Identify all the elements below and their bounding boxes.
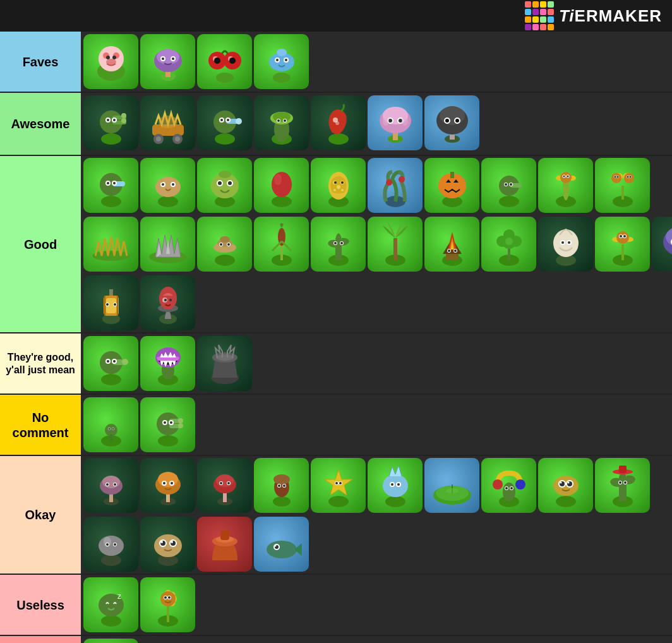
svg-point-106 — [274, 174, 282, 185]
tier-label-okay: Okay — [0, 456, 81, 574]
svg-point-183 — [454, 249, 457, 252]
svg-point-35 — [107, 119, 109, 121]
plant-card — [140, 397, 195, 452]
svg-point-286 — [220, 482, 222, 484]
svg-point-271 — [114, 483, 116, 486]
svg-point-300 — [339, 482, 342, 484]
svg-point-354 — [274, 544, 276, 546]
tier-label-awesome: Awesome — [0, 93, 81, 155]
svg-point-166 — [220, 243, 222, 246]
svg-point-95 — [160, 179, 164, 183]
svg-point-122 — [499, 196, 519, 207]
svg-point-270 — [106, 483, 109, 486]
tier-row-faves: Faves — [0, 32, 672, 93]
plant-card — [538, 217, 593, 272]
plant-card — [652, 217, 672, 272]
svg-point-73 — [402, 116, 408, 126]
plant-card — [254, 95, 309, 150]
plant-card — [311, 158, 366, 213]
svg-point-302 — [383, 474, 408, 497]
svg-point-267 — [102, 476, 120, 488]
tier-row-no-comment: No comment — [0, 395, 672, 456]
tier-row-nope: Nope — [0, 636, 672, 643]
svg-point-195 — [561, 241, 564, 244]
svg-point-139 — [563, 175, 565, 177]
svg-point-309 — [446, 488, 459, 493]
svg-point-311 — [503, 483, 515, 502]
plant-card — [83, 275, 138, 330]
svg-point-94 — [172, 183, 174, 186]
svg-point-190 — [505, 237, 513, 245]
svg-point-88 — [113, 182, 116, 184]
tier-row-awesome: Awesome — [0, 93, 672, 156]
svg-point-82 — [101, 196, 121, 207]
svg-point-77 — [440, 106, 465, 125]
svg-point-151 — [614, 176, 616, 177]
svg-point-153 — [627, 176, 628, 177]
plant-card — [424, 217, 479, 272]
svg-rect-142 — [621, 186, 624, 200]
svg-point-324 — [560, 481, 561, 483]
svg-rect-350 — [220, 531, 229, 540]
plant-card — [368, 158, 423, 213]
svg-point-111 — [337, 185, 340, 189]
plant-card — [140, 95, 195, 150]
svg-point-50 — [220, 119, 223, 121]
tier-items-nope — [81, 636, 672, 643]
plant-card — [424, 158, 479, 213]
plant-card — [481, 158, 536, 213]
svg-point-299 — [335, 482, 338, 484]
svg-point-128 — [510, 183, 512, 186]
svg-point-251 — [108, 428, 110, 430]
svg-point-192 — [553, 229, 579, 257]
svg-point-346 — [160, 541, 163, 543]
svg-point-80 — [445, 119, 449, 123]
plant-card — [595, 158, 650, 213]
svg-point-102 — [228, 181, 232, 185]
svg-point-317 — [510, 487, 513, 490]
tier-label-faves: Faves — [0, 32, 81, 92]
tier-items-awesome — [81, 93, 672, 155]
plant-card — [197, 336, 252, 391]
plant-card: z — [83, 577, 138, 632]
svg-point-10 — [157, 49, 179, 64]
svg-point-254 — [158, 435, 178, 447]
svg-rect-359 — [167, 606, 169, 622]
svg-text:z: z — [117, 592, 121, 601]
svg-point-196 — [568, 241, 570, 244]
svg-point-174 — [334, 242, 337, 244]
tier-items-good — [81, 156, 672, 332]
plant-card — [140, 217, 195, 272]
svg-point-301 — [385, 496, 405, 507]
svg-marker-296 — [325, 470, 352, 495]
svg-point-238 — [107, 360, 109, 363]
svg-point-275 — [158, 472, 178, 487]
svg-point-118 — [399, 176, 405, 183]
plant-card — [481, 458, 536, 513]
svg-point-182 — [448, 249, 450, 252]
plant-card — [311, 95, 366, 150]
svg-point-22 — [273, 73, 291, 83]
plant-card — [83, 517, 138, 572]
svg-point-262 — [178, 418, 183, 423]
svg-point-279 — [171, 482, 173, 484]
svg-point-316 — [505, 487, 508, 490]
plant-card — [83, 34, 138, 89]
plant-card — [197, 95, 252, 150]
svg-point-101 — [218, 181, 222, 185]
plant-card — [197, 217, 252, 272]
svg-point-21 — [229, 57, 236, 64]
svg-point-127 — [505, 183, 507, 186]
svg-point-63 — [335, 121, 339, 125]
svg-point-27 — [285, 59, 287, 61]
svg-point-38 — [121, 118, 126, 123]
logo-text: TiERMAKER — [559, 6, 662, 26]
svg-point-72 — [383, 116, 389, 126]
plant-card — [254, 458, 309, 513]
svg-point-260 — [164, 421, 166, 424]
plant-card — [424, 458, 479, 513]
svg-point-208 — [623, 235, 626, 237]
svg-point-283 — [216, 474, 234, 487]
svg-point-261 — [170, 421, 172, 424]
svg-point-51 — [227, 119, 229, 121]
